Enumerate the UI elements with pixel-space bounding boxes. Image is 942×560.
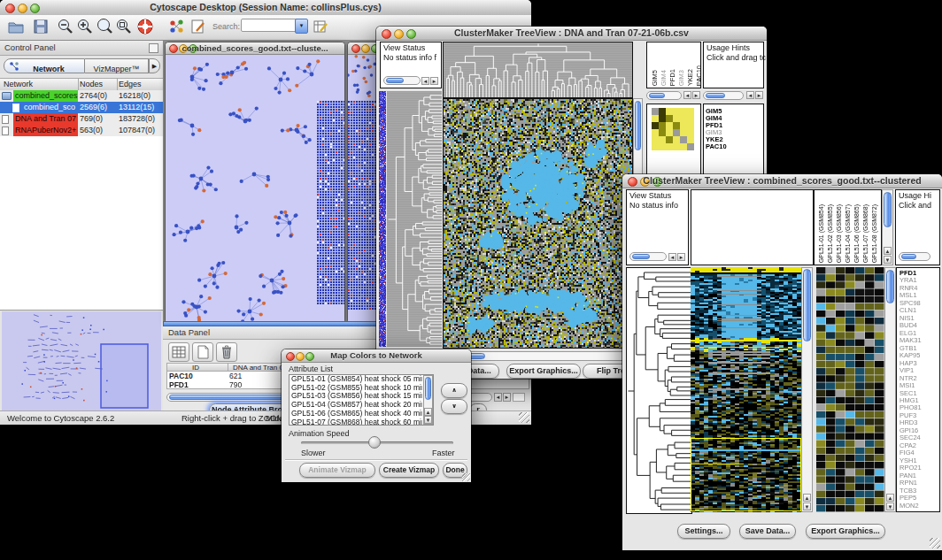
delete-attribute-button[interactable] — [216, 342, 237, 362]
scroll-down-button[interactable]: ▼ — [803, 502, 811, 510]
scroll-right-button[interactable]: ► — [677, 253, 685, 261]
column-label[interactable]: GIM3 — [677, 70, 685, 86]
zoom-in-icon[interactable] — [76, 18, 94, 35]
column-labels-panel[interactable]: GPL51-01 (GSM854)GPL51-02 (GSM855)GPL51-… — [814, 189, 882, 265]
tab-vizmapper[interactable]: VizMapper™ — [85, 58, 149, 73]
column-label[interactable]: YKE2 — [686, 69, 694, 86]
attribute-item[interactable]: GPL51-06 (GSM865) heat shock 40 min — [290, 410, 422, 418]
column-label[interactable]: GIM5 — [651, 70, 659, 86]
tab-network[interactable]: Network — [4, 58, 85, 73]
column-label[interactable]: PFD1 — [668, 69, 676, 86]
attribute-item[interactable]: GPL51-01 (GSM854) heat shock 05 min — [290, 375, 422, 384]
scroll-left-button[interactable]: ◄ — [494, 393, 502, 402]
gene-label[interactable]: VIP1 — [900, 367, 922, 374]
dialog-resize-grip[interactable] — [462, 473, 470, 481]
attribute-item[interactable]: GPL51-07 (GSM868) heat shock 60 min — [290, 418, 422, 426]
network-overview-panel[interactable] — [2, 311, 161, 411]
scroll-right-button[interactable]: ► — [503, 393, 511, 402]
speed-slider-thumb[interactable] — [368, 436, 381, 449]
help-lifering-icon[interactable] — [136, 18, 154, 35]
create-vizmap-button[interactable]: Create Vizmap — [379, 463, 439, 478]
scrollbar-thumb[interactable] — [425, 377, 431, 400]
column-dendrogram-panel[interactable] — [691, 189, 814, 265]
scrollbar-thumb[interactable] — [649, 93, 665, 98]
gene-label[interactable]: PAC10 — [706, 143, 727, 150]
select-attributes-button[interactable] — [168, 342, 189, 362]
scroll-left-button[interactable]: ◄ — [421, 77, 429, 85]
export-graphics-button[interactable]: Export Graphics... — [506, 364, 581, 379]
attribute-list-scrollbar[interactable]: ▲ ▼ — [423, 375, 433, 425]
column-labels-scrollbar[interactable] — [646, 91, 682, 100]
move-up-button[interactable]: ∧ — [441, 383, 467, 398]
scrollbar-thumb[interactable] — [706, 93, 725, 98]
dialog-titlebar[interactable]: Map Colors to Network — [282, 349, 471, 363]
attribute-item[interactable]: GPL51-03 (GSM856) heat shock 15 min — [290, 392, 422, 401]
attribute-list[interactable]: GPL51-01 (GSM854) heat shock 05 minGPL51… — [289, 374, 434, 426]
zoom-out-icon[interactable] — [57, 18, 74, 35]
network-overview-icon[interactable] — [168, 18, 186, 35]
scrollbar-thumb[interactable] — [386, 78, 404, 83]
scrollbar-thumb[interactable] — [635, 101, 641, 150]
network-row[interactable]: combined_scores2764(0)16218(0) — [0, 90, 163, 102]
usage-hints-scrollbar[interactable] — [703, 91, 744, 100]
scroll-right-button[interactable]: ► — [755, 91, 763, 99]
column-header-network[interactable]: Network — [4, 79, 33, 90]
row-dendrogram[interactable] — [387, 91, 442, 347]
scrollbar-thumb[interactable] — [884, 192, 892, 227]
view-status-scrollbar[interactable] — [629, 252, 667, 261]
column-header-nodes[interactable]: Nodes — [80, 79, 103, 90]
scroll-down-button[interactable]: ▼ — [886, 502, 894, 510]
gene-label[interactable]: MSI1 — [900, 382, 922, 389]
annotation-icon[interactable] — [189, 18, 207, 35]
float-panel-icon[interactable] — [149, 43, 158, 53]
column-label[interactable]: PAC10 — [695, 65, 703, 86]
column-label[interactable]: GPL51-04 (GSM857) — [844, 204, 852, 263]
resize-grip[interactable] — [519, 412, 529, 423]
column-label[interactable]: GPL51-01 (GSM854) — [817, 204, 825, 263]
heatmap-canvas[interactable] — [443, 98, 633, 349]
tab-overflow-button[interactable]: ▶ — [149, 58, 160, 73]
usage-hints-scrollbar[interactable] — [899, 252, 930, 261]
settings-button[interactable]: Settings... — [677, 524, 730, 539]
treeview-resize-grip[interactable] — [930, 538, 940, 548]
scrollbar-thumb[interactable] — [886, 270, 894, 303]
zoom-vscrollbar[interactable]: ▲ ▼ — [884, 267, 896, 512]
scroll-up-button[interactable]: ▲ — [424, 408, 432, 416]
column-labels-vscrollbar[interactable]: ▲ ▼ — [882, 189, 893, 265]
column-label[interactable]: GPL51-02 (GSM855) — [826, 204, 834, 263]
network-row[interactable]: RNAPuberNov2+563(0)107847(0) — [0, 125, 163, 136]
global-overview-strip[interactable] — [379, 91, 386, 347]
scroll-left-button[interactable]: ◄ — [683, 91, 691, 99]
gene-label[interactable]: MON2 — [900, 502, 922, 510]
heatmap-canvas[interactable] — [691, 267, 801, 512]
move-down-button[interactable]: ∨ — [441, 399, 467, 414]
scroll-up-button[interactable]: ▲ — [803, 494, 811, 502]
attribute-item[interactable]: GPL51-04 (GSM857) heat shock 20 min — [290, 401, 422, 410]
heatmap-hscrollbar[interactable] — [444, 351, 631, 361]
gene-label[interactable]: KAP95 — [900, 352, 922, 359]
scroll-left-button[interactable]: ◄ — [746, 91, 754, 99]
row-dendrogram[interactable] — [626, 267, 692, 514]
attribute-editor-icon[interactable] — [312, 18, 329, 35]
gene-label[interactable]: RPN1 — [900, 479, 922, 487]
scroll-right-button[interactable]: ► — [430, 77, 438, 85]
treeview-combined-titlebar[interactable]: ClusterMaker TreeView : combined_scores_… — [622, 174, 942, 188]
scroll-left-button[interactable]: ◄ — [668, 253, 676, 261]
column-label[interactable]: GPL51-06 (GSM865) — [853, 204, 861, 263]
scroll-right-button[interactable]: ► — [692, 91, 700, 99]
network-row[interactable]: combined_sco2569(6)13112(15) — [0, 102, 163, 113]
gene-label[interactable]: PEP5 — [900, 495, 922, 502]
scrollbar-thumb[interactable] — [901, 254, 916, 259]
open-folder-icon[interactable] — [7, 18, 25, 35]
scroll-down-button[interactable]: ▼ — [424, 416, 432, 424]
zoom-heatmap-canvas[interactable] — [816, 267, 884, 512]
zoom-selected-icon[interactable] — [96, 18, 113, 35]
network-canvas[interactable] — [166, 55, 344, 321]
scrollbar-thumb[interactable] — [632, 254, 650, 259]
scroll-up-button[interactable]: ▲ — [884, 247, 892, 255]
attribute-item[interactable]: GPL51-02 (GSM855) heat shock 10 min — [290, 384, 422, 393]
gene-label[interactable]: RPO21 — [900, 464, 922, 472]
column-dendrogram[interactable] — [443, 42, 633, 98]
minimize-button[interactable] — [361, 44, 370, 53]
column-label[interactable]: GPL51-08 (GSM872) — [870, 204, 878, 263]
